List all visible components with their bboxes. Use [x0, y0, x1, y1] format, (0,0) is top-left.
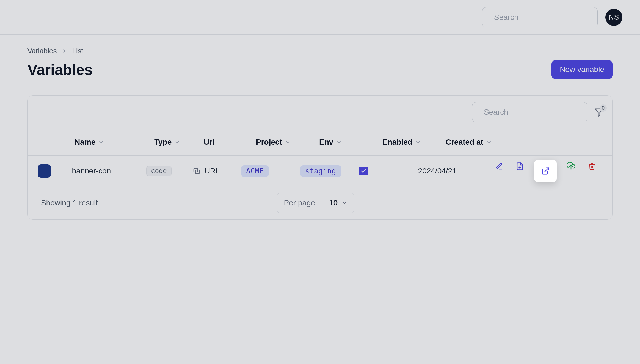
- column-url: Url: [204, 138, 256, 147]
- env-chip[interactable]: staging: [300, 165, 341, 177]
- new-variable-button[interactable]: New variable: [551, 60, 613, 79]
- column-label: Env: [319, 138, 333, 147]
- column-label: Project: [256, 138, 282, 147]
- color-swatch: [38, 164, 51, 178]
- column-name[interactable]: Name: [75, 138, 154, 147]
- result-count-text: Showing 1 result: [41, 198, 98, 207]
- duplicate-button[interactable]: [513, 160, 526, 173]
- edit-button[interactable]: [492, 160, 506, 173]
- external-link-icon: [541, 167, 550, 175]
- enabled-checkbox[interactable]: [359, 167, 368, 175]
- avatar-initials: NS: [609, 13, 619, 21]
- chevron-right-icon: [62, 48, 67, 54]
- delete-button[interactable]: [585, 160, 598, 173]
- column-label: Type: [154, 138, 172, 147]
- url-label: URL: [205, 167, 220, 175]
- variable-name: banner-con...: [72, 167, 117, 175]
- breadcrumb-item[interactable]: List: [72, 47, 83, 55]
- panel-search[interactable]: [472, 102, 587, 122]
- column-type[interactable]: Type: [154, 138, 204, 147]
- file-plus-icon: [516, 162, 524, 170]
- column-env[interactable]: Env: [319, 138, 382, 147]
- project-chip[interactable]: ACME: [241, 165, 269, 177]
- check-icon: [361, 168, 366, 174]
- chevron-down-icon: [486, 139, 492, 145]
- edit-icon: [495, 162, 503, 170]
- avatar[interactable]: NS: [605, 9, 622, 26]
- chevron-down-icon: [98, 139, 104, 145]
- open-external-button[interactable]: [534, 160, 557, 182]
- panel-toolbar: 0: [28, 96, 612, 129]
- upload-button[interactable]: [564, 160, 578, 173]
- chevron-down-icon: [174, 139, 180, 145]
- per-page-value: 10: [329, 198, 338, 207]
- column-created-at[interactable]: Created at: [446, 138, 525, 147]
- page-title: Variables: [27, 61, 93, 78]
- copy-icon[interactable]: [192, 167, 201, 175]
- row-actions: [492, 160, 604, 182]
- per-page-label: Per page: [277, 193, 323, 213]
- svg-line-9: [545, 168, 549, 172]
- column-label: Name: [75, 138, 95, 147]
- table-header: Name Type Url Project Env Enabled: [28, 129, 612, 156]
- global-search[interactable]: [482, 7, 598, 27]
- column-enabled[interactable]: Enabled: [382, 138, 446, 147]
- breadcrumb-item[interactable]: Variables: [27, 47, 57, 55]
- column-label: Created at: [446, 138, 483, 147]
- per-page-selector[interactable]: Per page 10: [277, 193, 355, 213]
- chevron-down-icon: [415, 139, 421, 145]
- variables-panel: 0 Name Type Url Project Env: [27, 95, 613, 220]
- column-label: Enabled: [382, 138, 412, 147]
- trash-icon: [588, 162, 596, 170]
- panel-search-input[interactable]: [483, 107, 583, 117]
- panel-footer: Showing 1 result Per page 10: [28, 186, 612, 219]
- type-chip: code: [146, 166, 172, 176]
- chevron-down-icon: [285, 139, 291, 145]
- column-project[interactable]: Project: [256, 138, 319, 147]
- breadcrumb: Variables List: [27, 47, 613, 55]
- cloud-upload-icon: [567, 162, 575, 171]
- global-search-input[interactable]: [493, 13, 593, 22]
- table-row[interactable]: banner-con... code URL ACME staging: [28, 156, 612, 186]
- top-bar: NS: [0, 0, 640, 35]
- filter-count-badge: 0: [600, 104, 607, 112]
- column-label: Url: [204, 138, 214, 146]
- created-at-text: 2024/04/21: [418, 167, 457, 175]
- filter-button[interactable]: 0: [594, 107, 604, 117]
- chevron-down-icon: [336, 139, 342, 145]
- chevron-down-icon: [341, 200, 347, 206]
